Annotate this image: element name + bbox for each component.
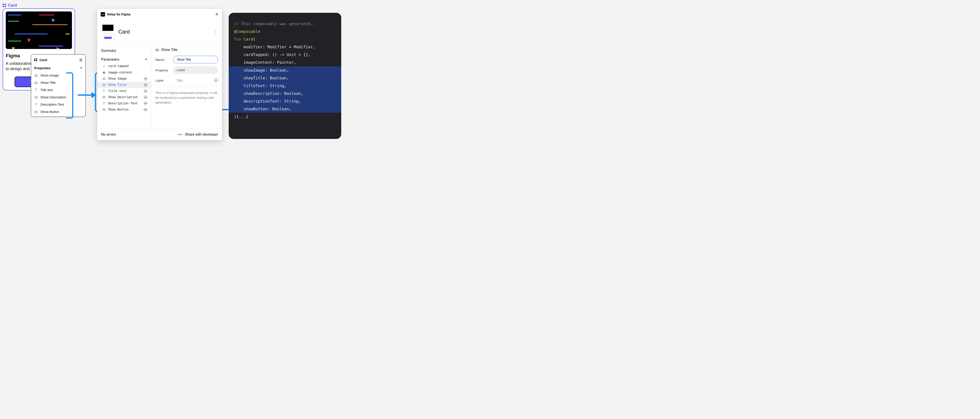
generated-code-panel: // This composable was generated.. @Comp… [229, 13, 341, 139]
property-label: Show Button [40, 110, 59, 114]
share-icon: <∘ [178, 132, 183, 137]
eye-icon [35, 75, 38, 77]
add-parameter-button[interactable]: + [145, 57, 147, 62]
code-line: imageContent: Painter, [243, 60, 296, 65]
relay-dialog: </> Relay for Figma ✕ Card ⋮ Summary Par… [97, 9, 222, 140]
parameter-label: Show Title [108, 83, 127, 87]
annotation-bracket [66, 72, 73, 119]
add-property-button[interactable]: + [80, 66, 82, 70]
property-label: Description Text [40, 103, 64, 106]
text-icon: T [102, 102, 106, 105]
export-icon [144, 89, 147, 93]
errors-status: No errors [101, 133, 116, 136]
eye-icon [35, 111, 38, 113]
component-badge-label: Card [8, 3, 17, 8]
target-layer-icon[interactable] [214, 78, 218, 82]
code-line: descriptionText: String, [243, 99, 301, 103]
tap-icon: ⌖ [102, 64, 106, 68]
code-line: showDescription: Boolean, [243, 91, 303, 96]
eye-icon [155, 49, 159, 51]
card-thumbnail [102, 24, 115, 40]
eye-icon [102, 108, 106, 111]
parameter-note: This is a Figma component property. It w… [155, 90, 218, 105]
parameter-row[interactable]: Show Title [97, 82, 151, 88]
parameter-label: Show Image [108, 77, 127, 81]
parameter-label: image-content [108, 71, 132, 74]
property-select[interactable]: visible [173, 67, 218, 74]
property-select-value: visible [177, 68, 185, 72]
property-label: Show Title [40, 81, 56, 84]
export-icon [144, 77, 147, 81]
eye-icon [102, 84, 106, 86]
property-row[interactable]: Show Button [31, 108, 86, 115]
property-row[interactable]: Show Title [31, 79, 86, 86]
parameter-row[interactable]: Show Description [97, 94, 151, 100]
parameter-label: Show Button [108, 108, 129, 111]
code-line: titleText: String, [243, 83, 286, 88]
cursor-icon [52, 18, 56, 22]
summary-heading[interactable]: Summary [97, 48, 151, 55]
code-comment: // This composable was generated.. [234, 21, 315, 26]
component-icon [3, 4, 6, 7]
code-tail: ){...} [234, 114, 248, 119]
cursor-icon [11, 46, 16, 49]
code-line: showImage: Boolean, [243, 68, 289, 73]
image-icon: ▣ [102, 71, 106, 74]
code-line: modifier: Modifier = Modifier, [243, 44, 315, 49]
more-menu-button[interactable]: ⋮ [213, 29, 218, 34]
property-row[interactable]: Show Image [31, 71, 86, 79]
export-icon [144, 108, 147, 111]
component-badge: Card [3, 3, 17, 8]
export-icon [144, 83, 147, 87]
share-label: Share with developer [185, 133, 218, 136]
component-icon [34, 59, 37, 62]
property-label: Show Description [40, 95, 66, 99]
layer-value: Title [173, 78, 212, 82]
code-line: showButton: Boolean, [243, 106, 291, 111]
detail-heading: Show Title [161, 48, 177, 52]
code-line: showTitle: Boolean, [243, 76, 289, 80]
annotation-arrow [78, 94, 96, 96]
name-field-label: Name [155, 58, 171, 62]
properties-panel: Card Properties + Show ImageShow TitleTT… [31, 54, 86, 117]
parameter-row[interactable]: ▣image-content [97, 69, 151, 76]
relay-dialog-title: Relay for Figma [107, 13, 213, 16]
layer-field-label: Layer [155, 78, 171, 82]
parameter-row[interactable]: TTitle text [97, 88, 151, 94]
property-label: Title text [40, 88, 53, 92]
eye-icon [102, 78, 106, 80]
parameter-label: Show Description [108, 95, 138, 99]
cursor-icon [28, 38, 31, 42]
property-row[interactable]: Show Description [31, 94, 86, 101]
property-row[interactable]: TTitle text [31, 86, 86, 94]
parameters-heading: Parameters [101, 57, 119, 62]
eye-icon [102, 96, 106, 98]
parameter-row[interactable]: Show Image [97, 76, 151, 82]
parameter-row[interactable]: ⌖card-tapped [97, 63, 151, 69]
close-button[interactable]: ✕ [215, 12, 218, 17]
settings-sliders-icon[interactable] [79, 59, 82, 62]
relay-card-name: Card [118, 29, 209, 35]
text-icon: T [34, 88, 38, 92]
properties-section-label: Properties [34, 66, 51, 70]
code-keyword: fun [234, 37, 241, 41]
text-icon: T [102, 89, 106, 93]
parameter-row[interactable]: Show Button [97, 106, 151, 113]
properties-panel-title: Card [40, 58, 47, 62]
name-input[interactable]: Show Title [173, 56, 218, 63]
code-fn-name: Card [243, 37, 253, 41]
export-icon [144, 95, 147, 99]
property-row[interactable]: TDescription Text [31, 101, 86, 108]
cursor-icon [56, 46, 60, 49]
property-field-label: Property [155, 68, 171, 72]
eye-icon [35, 82, 38, 84]
parameter-label: card-tapped [108, 64, 129, 68]
parameter-row[interactable]: TDescription Text [97, 100, 151, 106]
property-label: Show Image [40, 73, 59, 77]
eye-icon [35, 96, 38, 98]
share-with-developer-button[interactable]: <∘ Share with developer [178, 132, 218, 137]
parameter-label: Description Text [108, 102, 138, 105]
name-input-value: Show Title [177, 58, 191, 61]
code-highlight-block: showImage: Boolean, showTitle: Boolean, … [229, 67, 341, 113]
parameter-label: Title text [108, 89, 127, 93]
